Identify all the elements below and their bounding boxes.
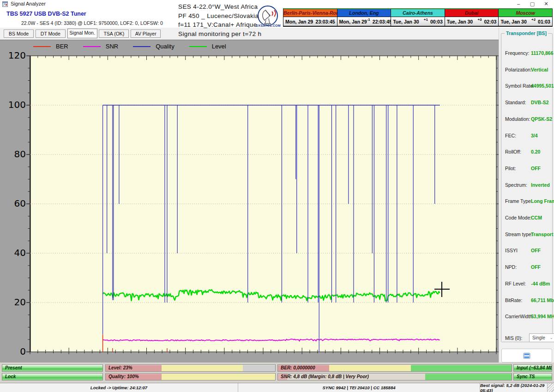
tab-bs-mode[interactable]: BS Mode: [4, 30, 34, 38]
clock-datetime: Mon, Jan 29-122:03:45: [337, 17, 391, 26]
y-axis-tick-label: 0: [0, 346, 26, 357]
transponder-sidebar: Transponder [BS] Frequency:11170,866 MHz…: [499, 28, 554, 362]
clock-datetime: Tue, Jan 30+201:03: [499, 17, 552, 26]
clock-time: 23:03:45: [316, 19, 335, 24]
transponder-row: Frequency:11170,866 MHz: [505, 50, 551, 57]
mis-dropdown[interactable]: Single ⌄: [529, 333, 554, 342]
input-indicator: Input (~63,84 Mbps): [513, 364, 552, 372]
transponder-row: Polarization:Vertical: [505, 67, 551, 74]
clock-datetime: Tue, Jan 30+302:03: [445, 17, 499, 26]
world-clocks: Berlin-Paris-Vienna-RomaMon, Jan 2923:03…: [283, 8, 553, 27]
save-button[interactable]: [501, 349, 552, 362]
transponder-row-value: Long Frame: [531, 198, 554, 204]
transponder-row: Frame Type:Long Frame: [505, 198, 551, 205]
transponder-row: Standard:DVB-S2: [505, 100, 551, 107]
minimize-button[interactable]: –: [512, 0, 525, 8]
clock-utc-offset: +1: [424, 18, 428, 22]
maximize-button[interactable]: ▢: [525, 0, 539, 8]
tab-dt-mode[interactable]: DT Mode: [36, 30, 66, 38]
legend-item-level: Level: [189, 43, 226, 50]
lock-indicator: Lock: [2, 373, 103, 380]
transponder-row-label: Frame Type:: [505, 198, 532, 204]
clock-column: MoscowTue, Jan 30+201:03: [499, 9, 553, 26]
legend-label: SNR: [106, 43, 118, 50]
legend-color-dash: [133, 46, 151, 47]
transponder-row-value: OFF: [531, 264, 541, 270]
feed-line-3: f=11 171_V:Canal+ Afrique: [178, 20, 261, 30]
clock-time: 01:03: [538, 19, 550, 24]
transponder-row-value: DVB-S2: [531, 100, 549, 105]
present-indicator: Present: [2, 364, 103, 372]
clock-utc-offset: +2: [531, 18, 536, 22]
transponder-row-value: 66,711 Mbit/s: [531, 297, 554, 303]
window-title: Signal Analyzer: [11, 1, 46, 6]
transponder-row-label: Symbol Rate:: [505, 83, 534, 89]
tab-tsa-ok[interactable]: TSA (OK): [99, 30, 129, 38]
y-axis-tick-label: 100: [0, 99, 26, 110]
transponder-row: ISSYIOFF: [505, 248, 551, 255]
transponder-row-label: Pilot:: [505, 166, 516, 171]
legend-color-dash: [83, 46, 101, 47]
chart-legend: BERSNRQualityLevel: [33, 43, 226, 50]
transponder-row: BitRate:66,711 Mbit/s: [505, 297, 551, 304]
clock-city-name: Moscow: [499, 9, 552, 17]
clock-city-name: London, Eng: [337, 9, 391, 17]
chart-panel: BERSNRQualityLevel 020406080100120: [0, 40, 499, 362]
best-signal-status: Best signal: 5,2 dB (2024-01-29 05:43): [480, 383, 548, 392]
clock-time: 22:03:45: [373, 19, 392, 24]
transponder-row: FEC:3/4: [505, 133, 551, 140]
sync-counters-status: SYNC 9942 | TEI 20410 | CC 185884: [238, 383, 480, 392]
transponder-row-label: RollOff:: [505, 149, 521, 154]
feed-line-1: SES 4-22.0°W_West Africa: [178, 2, 261, 12]
legend-label: BER: [56, 43, 68, 50]
transponder-row: Spectrum:Inverted: [505, 182, 551, 189]
transponder-row-label: BitRate:: [505, 297, 522, 303]
transponder-row-label: Modulation:: [505, 116, 530, 122]
tuner-config: 22.0W - SES 4 (ID: 3380) @ LOF1: 9750000…: [21, 20, 163, 26]
clock-city-name: Dubai: [445, 9, 499, 17]
clock-date: Mon, Jan 29: [339, 19, 367, 24]
feed-line-4: Signal monitoring per t=72 h: [178, 30, 261, 39]
transponder-row-label: FEC:: [505, 133, 516, 138]
y-axis-tick-label: 80: [0, 148, 26, 160]
transponder-row-value: -44 dBm: [531, 281, 550, 286]
signal-chart: [0, 40, 499, 363]
transponder-row-label: Standard:: [505, 100, 526, 105]
transponder-group-title: Transponder [BS]: [505, 30, 548, 36]
snr-progress-bar: SNR: 4,8 dB (Margin: 0,8 dB | Very Poor): [277, 373, 512, 380]
ber-progress-bar: BER: 0,0000000: [277, 364, 512, 372]
close-button[interactable]: ✕: [539, 0, 553, 8]
clock-column: DubaiTue, Jan 30+302:03: [445, 9, 499, 26]
clock-utc-offset: -1: [367, 18, 370, 22]
transponder-row-value: 0.20: [531, 149, 540, 154]
tab-av-player[interactable]: AV Player: [131, 30, 161, 38]
transponder-row: NPD:OFF: [505, 264, 551, 271]
transponder-row-label: Frequency:: [505, 50, 530, 56]
clock-time: 00:03: [430, 19, 443, 24]
transponder-row-label: Stream type:: [505, 232, 533, 237]
transponder-row: Modulation:QPSK-S2: [505, 116, 551, 123]
legend-label: Quality: [156, 43, 174, 50]
resize-grip[interactable]: [548, 383, 554, 392]
transponder-row-label: RF Level:: [505, 281, 526, 286]
tab-signal-mon[interactable]: Signal Mon.: [67, 29, 97, 38]
chevron-down-icon: ⌄: [549, 334, 553, 342]
transponder-row-value: 53,994 MHz: [531, 314, 554, 319]
transponder-row-label: NPD:: [505, 264, 517, 270]
mis-row: MIS (0): Single ⌄: [505, 335, 551, 342]
window-controls: – ▢ ✕: [512, 0, 553, 8]
sync-ts-indicator: Sync TS: [513, 373, 552, 380]
transponder-row-label: Spectrum:: [505, 182, 527, 188]
transponder-row: Code Mode:CCM: [505, 215, 551, 222]
clock-datetime: Tue, Jan 30+100:03: [391, 17, 445, 26]
clock-date: Tue, Jan 30: [393, 19, 424, 24]
y-axis-tick-label: 20: [0, 297, 26, 308]
save-icon: [523, 353, 530, 359]
clock-date: Mon, Jan 29: [285, 19, 313, 24]
transponder-row-label: ISSYI: [505, 248, 518, 253]
feed-line-2: PF 450 _ Lucenec/Slovakia: [178, 12, 261, 21]
status-bar: Locked -> Uptime: 24:12:07 SYNC 9942 | T…: [0, 383, 554, 392]
transponder-row-value: OFF: [531, 166, 541, 171]
transponder-row: Symbol Rate:44995,501 KS/s: [505, 83, 551, 90]
y-axis-tick-label: 40: [0, 247, 26, 258]
